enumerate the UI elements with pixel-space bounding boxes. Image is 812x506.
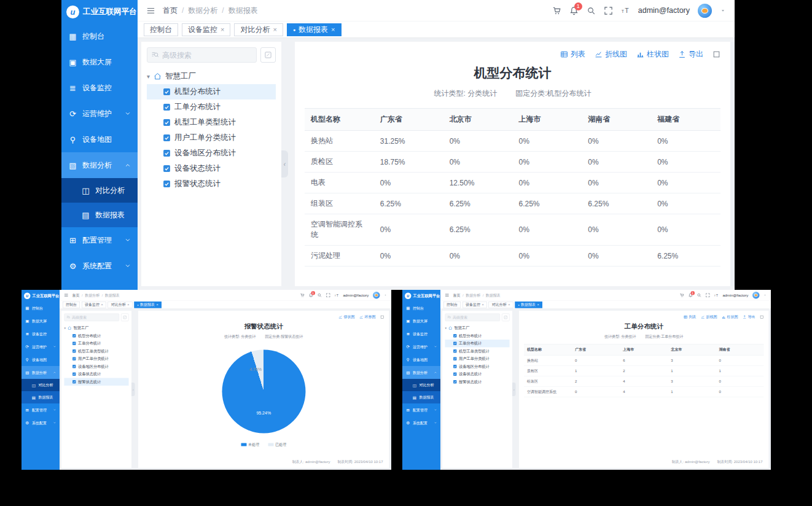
edit-report-button[interactable] [502,314,510,322]
tab-close-icon[interactable]: × [537,303,539,306]
sidebar-item-config-manage[interactable]: ⊞配置管理 [402,403,440,416]
breadcrumb-item-home[interactable]: 首页 [453,292,461,298]
tab-close-icon[interactable]: × [273,26,276,33]
advanced-search-box[interactable] [147,47,257,63]
breadcrumb-item-analysis[interactable]: 数据分析 [80,292,100,298]
sidebar-item-compare-analysis[interactable]: ◫对比分析 [61,178,138,203]
export-button[interactable]: 导出 [743,314,755,320]
checkbox-checked-icon[interactable] [163,103,171,111]
tree-item-workorder-distribution[interactable]: 工单分布统计 [445,340,510,348]
sidebar-item-data-report[interactable]: ▤数据报表 [402,391,440,403]
tab-close-icon[interactable]: × [127,303,129,306]
tab-device-monitor[interactable]: 设备监控× [82,302,106,308]
tab-compare-analysis[interactable]: 对比分析× [234,23,283,36]
tree-item-machine-distribution[interactable]: 机型分布统计 [64,332,129,340]
font-size-icon[interactable] [621,6,630,15]
breadcrumb-item-analysis[interactable]: 数据分析 [461,292,481,298]
tab-compare-analysis[interactable]: 对比分析× [108,302,133,308]
view-ring-chart-button[interactable]: 环形图 [359,314,376,320]
tree-item-device-region[interactable]: 设备地区分布统计 [64,363,129,371]
breadcrumb-item-home[interactable]: 首页 [163,6,178,16]
checkbox-checked-icon[interactable] [163,88,171,96]
sidebar-item-data-report[interactable]: ▤数据报表 [61,203,138,227]
tree-item-workorder-distribution[interactable]: 工单分布统计 [147,99,276,115]
checkbox-checked-icon[interactable] [72,357,77,361]
sidebar-item-data-analysis[interactable]: ▧数据分析 [402,366,440,379]
font-size-icon[interactable] [334,293,339,298]
view-line-chart-button[interactable]: 折线图 [595,49,627,60]
tree-item-device-status[interactable]: 设备状态统计 [147,161,276,176]
checkbox-checked-icon[interactable] [453,349,458,354]
sidebar-item-device-map[interactable]: ⚲设备地图 [61,126,138,152]
fullscreen-report-button[interactable] [712,50,720,58]
tab-data-report[interactable]: ●数据报表× [287,23,342,36]
sidebar-item-operations[interactable]: ⟳运营维护 [21,340,60,353]
tree-item-device-status[interactable]: 设备状态统计 [445,370,510,378]
tree-item-alarm-status[interactable]: 报警状态统计 [445,378,510,386]
notifications-button[interactable]: 1 [688,293,693,298]
cart-icon[interactable] [679,293,684,298]
sidebar-item-operations[interactable]: ⟳运营维护 [61,101,138,126]
sidebar-item-data-report[interactable]: ▤数据报表 [21,391,60,403]
breadcrumb-item-report[interactable]: 数据报表 [480,292,501,298]
collapse-panel-handle[interactable]: ‹ [281,150,288,177]
sidebar-item-system-config[interactable]: ⚙系统配置 [402,416,440,429]
avatar[interactable] [373,292,380,299]
tab-close-icon[interactable]: × [331,26,335,33]
sidebar-item-compare-analysis[interactable]: ◫对比分析 [402,379,440,391]
advanced-search-input[interactable] [453,315,498,319]
sidebar-item-bigscreen[interactable]: ▣数据大屏 [402,314,440,327]
tab-close-icon[interactable]: × [157,303,158,306]
view-bar-chart-button[interactable]: 柱状图 [722,314,738,320]
advanced-search-input[interactable] [72,315,117,319]
tree-expand-icon[interactable]: ▾ [64,327,66,330]
export-button[interactable]: 导出 [678,49,703,60]
vertical-scrollbar[interactable] [769,311,771,468]
sidebar-item-console[interactable]: ▦控制台 [402,302,440,314]
view-pie-chart-button[interactable]: 饼状图 [338,314,355,320]
breadcrumb-item-report[interactable]: 数据报表 [100,292,120,298]
tab-console[interactable]: 控制台 [144,23,178,36]
avatar[interactable] [698,4,712,18]
tree-item-user-workorder-class[interactable]: 用户工单分类统计 [445,355,510,363]
vertical-scrollbar[interactable] [389,311,392,468]
font-size-icon[interactable] [714,293,719,298]
legend-item-handled[interactable]: 已处理 [268,442,286,448]
tree-item-machine-workorder-type[interactable]: 机型工单类型统计 [64,348,129,356]
sidebar-item-device-monitor[interactable]: ≣设备监控 [402,327,440,340]
fullscreen-icon[interactable] [326,293,330,298]
user-menu-caret-icon[interactable] [720,7,726,14]
advanced-search-box[interactable] [445,314,501,322]
checkbox-checked-icon[interactable] [453,334,458,338]
tab-data-report[interactable]: ●数据报表× [515,302,542,308]
tree-item-machine-workorder-type[interactable]: 机型工单类型统计 [445,348,510,356]
view-line-chart-button[interactable]: 折线图 [701,314,717,320]
menu-collapse-icon[interactable] [445,293,450,298]
notifications-button[interactable]: 1 [308,293,313,298]
tree-item-device-status[interactable]: 设备状态统计 [64,370,129,378]
collapse-panel-handle[interactable]: ‹ [131,383,135,396]
checkbox-checked-icon[interactable] [453,380,458,384]
checkbox-checked-icon[interactable] [72,380,77,384]
tab-close-icon[interactable]: × [221,26,224,33]
menu-collapse-icon[interactable] [146,6,155,15]
sidebar-item-bigscreen[interactable]: ▣数据大屏 [21,314,60,327]
checkbox-checked-icon[interactable] [72,334,77,338]
tree-item-device-region[interactable]: 设备地区分布统计 [445,363,510,371]
sidebar-item-compare-analysis[interactable]: ◫对比分析 [21,379,60,391]
advanced-search-input[interactable] [162,51,252,60]
tab-console[interactable]: 控制台 [443,302,461,308]
tab-close-icon[interactable]: × [508,303,510,306]
checkbox-checked-icon[interactable] [163,149,171,157]
edit-report-button[interactable] [260,47,276,63]
sidebar-item-device-monitor[interactable]: ≣设备监控 [61,75,138,101]
view-list-button[interactable]: 列表 [560,49,585,60]
vertical-scrollbar[interactable] [730,42,735,286]
avatar[interactable] [752,292,760,299]
tree-item-user-workorder-class[interactable]: 用户工单分类统计 [64,355,129,363]
checkbox-checked-icon[interactable] [163,134,171,142]
checkbox-checked-icon[interactable] [72,349,77,354]
sidebar-item-device-map[interactable]: ⚲设备地图 [21,353,60,366]
sidebar-item-device-monitor[interactable]: ≣设备监控 [21,327,60,340]
checkbox-checked-icon[interactable] [163,165,171,173]
